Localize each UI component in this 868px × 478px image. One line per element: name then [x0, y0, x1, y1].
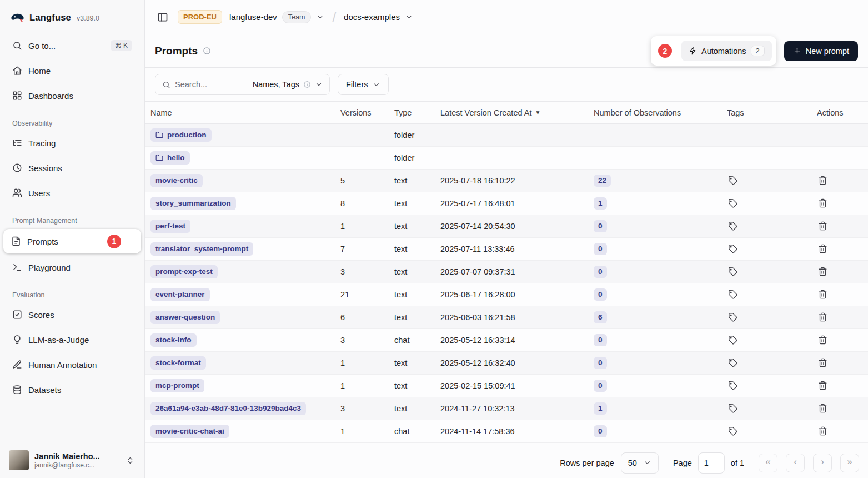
sidebar-item-users[interactable]: Users	[7, 182, 138, 204]
tag-icon[interactable]	[727, 175, 739, 186]
table-row[interactable]: productionfolder	[145, 124, 868, 147]
delete-prompt-button[interactable]	[817, 288, 829, 300]
tag-icon[interactable]	[727, 402, 739, 414]
search-scope-selector[interactable]: Names, Tags	[253, 80, 323, 89]
observations-count-badge: 0	[594, 357, 607, 370]
prompt-name-badge[interactable]: movie-critic	[150, 174, 203, 188]
sidebar-item-datasets[interactable]: Datasets	[7, 379, 138, 401]
prompt-name-badge[interactable]: 26a61a94-e3ab-48d7-81e0-13b929bad4c3	[150, 402, 306, 416]
column-header-type[interactable]: Type	[394, 108, 440, 117]
prompt-name-badge[interactable]: mcp-prompt	[150, 379, 204, 393]
org-selector[interactable]: langfuse-dev Team	[229, 11, 324, 23]
table-row[interactable]: movie-critic5text2025-07-18 16:10:2222	[145, 170, 868, 192]
sidebar-item-sessions[interactable]: Sessions	[7, 157, 138, 179]
tags-cell	[727, 266, 817, 278]
sidebar-item-playground[interactable]: Playground	[7, 256, 138, 278]
table-row[interactable]: hellofolder	[145, 147, 868, 170]
search-input[interactable]	[175, 80, 248, 89]
environment-badge[interactable]: PROD-EU	[178, 10, 222, 24]
prompt-name-badge[interactable]: story_summarization	[150, 197, 236, 211]
table-row[interactable]: event-planner21text2025-06-17 16:28:000	[145, 283, 868, 306]
rows-per-page-select[interactable]: 50	[621, 452, 659, 474]
table-row[interactable]: movie-critic-chat-ai1chat2024-11-14 17:5…	[145, 420, 868, 443]
prompt-name-badge[interactable]: production	[150, 128, 212, 142]
prompt-name-badge[interactable]: translator_system-prompt	[150, 242, 253, 256]
sidebar-item-scores[interactable]: Scores	[7, 303, 138, 326]
sidebar-item-prompts[interactable]: Prompts 1	[3, 229, 141, 253]
chevron-down-icon	[315, 81, 323, 88]
delete-prompt-button[interactable]	[817, 197, 829, 209]
page-title: Prompts	[155, 45, 198, 57]
sidebar-item-dashboards[interactable]: Dashboards	[7, 84, 138, 107]
column-header-versions[interactable]: Versions	[340, 108, 394, 117]
tag-icon[interactable]	[727, 334, 739, 346]
goto-search[interactable]: Go to... ⌘ K	[7, 34, 138, 57]
project-selector[interactable]: docs-examples	[344, 12, 413, 22]
tag-icon[interactable]	[727, 243, 739, 255]
table-row[interactable]: translator_system-prompt7text2025-07-11 …	[145, 238, 868, 261]
delete-prompt-button[interactable]	[817, 380, 829, 391]
created-at-cell: 2025-05-12 16:33:14	[440, 336, 594, 345]
table-row[interactable]: story_summarization8text2025-07-17 16:48…	[145, 192, 868, 215]
page-number-input[interactable]	[698, 452, 725, 474]
column-header-name[interactable]: Name	[150, 108, 340, 117]
prompt-name-badge[interactable]: movie-critic-chat-ai	[150, 425, 229, 439]
sidebar-item-human-annotation[interactable]: Human Annotation	[7, 353, 138, 376]
delete-prompt-button[interactable]	[817, 425, 829, 437]
column-header-number-of-observations[interactable]: Number of Observations	[594, 108, 727, 117]
delete-prompt-button[interactable]	[817, 402, 829, 414]
tag-icon[interactable]	[727, 357, 739, 369]
app-brand[interactable]: Langfuse v3.89.0	[7, 0, 138, 34]
prompt-name-badge[interactable]: event-planner	[150, 288, 210, 302]
delete-prompt-button[interactable]	[817, 357, 829, 369]
actions-cell	[817, 380, 862, 392]
table-row[interactable]: answer-question6text2025-06-03 16:21:586	[145, 306, 868, 329]
user-menu[interactable]: Jannik Maierho... jannik@langfuse.c...	[7, 444, 138, 478]
name-cell: hello	[150, 151, 340, 165]
table-row[interactable]: stock-info3chat2025-05-12 16:33:140	[145, 329, 868, 352]
tag-icon[interactable]	[727, 288, 739, 300]
delete-prompt-button[interactable]	[817, 334, 829, 346]
table-row[interactable]: mcp-prompt1text2025-02-15 15:09:410	[145, 375, 868, 397]
previous-page-button[interactable]: ‹	[786, 454, 805, 472]
search-box[interactable]: Names, Tags	[155, 74, 330, 95]
tag-icon[interactable]	[727, 266, 739, 277]
prompt-name-badge[interactable]: prompt-exp-test	[150, 265, 218, 279]
table-row[interactable]: perf-test1text2025-07-14 20:54:300	[145, 215, 868, 238]
actions-cell	[817, 243, 862, 255]
delete-prompt-button[interactable]	[817, 266, 829, 277]
automations-button[interactable]: Automations 2	[681, 41, 772, 61]
tag-icon[interactable]	[727, 425, 739, 437]
delete-prompt-button[interactable]	[817, 243, 829, 255]
new-prompt-label: New prompt	[806, 47, 849, 56]
tag-icon[interactable]	[727, 220, 739, 232]
prompt-name-badge[interactable]: stock-info	[150, 333, 197, 347]
prompt-name-badge[interactable]: perf-test	[150, 220, 190, 233]
sidebar-item-tracing[interactable]: Tracing	[7, 132, 138, 154]
delete-prompt-button[interactable]	[817, 220, 829, 232]
delete-prompt-button[interactable]	[817, 175, 829, 186]
column-header-latest-version-created-at[interactable]: Latest Version Created At▼	[440, 108, 594, 117]
filters-button[interactable]: Filters	[338, 74, 389, 95]
table-row[interactable]: stock-format1text2025-05-12 16:32:400	[145, 352, 868, 375]
next-page-button[interactable]: ›	[813, 454, 832, 472]
created-at-cell: 2024-11-27 10:32:13	[440, 404, 594, 413]
table-row[interactable]: prompt-exp-test3text2025-07-07 09:37:310	[145, 261, 868, 283]
tag-icon[interactable]	[727, 311, 739, 323]
tag-icon[interactable]	[727, 197, 739, 209]
last-page-button[interactable]: »	[840, 454, 859, 472]
column-header-tags[interactable]: Tags	[727, 108, 817, 117]
prompt-name-badge[interactable]: stock-format	[150, 356, 206, 370]
info-icon[interactable]	[203, 47, 211, 55]
tag-icon[interactable]	[727, 380, 739, 391]
new-prompt-button[interactable]: New prompt	[784, 41, 858, 61]
sidebar-item-llm-as-a-judge[interactable]: LLM-as-a-Judge	[7, 328, 138, 351]
sidebar-toggle-button[interactable]	[155, 9, 170, 25]
prompt-name-badge[interactable]: answer-question	[150, 311, 220, 325]
table-row[interactable]: 26a61a94-e3ab-48d7-81e0-13b929bad4c33tex…	[145, 397, 868, 420]
prompt-name-badge[interactable]: hello	[150, 151, 190, 165]
delete-prompt-button[interactable]	[817, 311, 829, 323]
sidebar-item-home[interactable]: Home	[7, 59, 138, 82]
chevrons-up-down-icon[interactable]	[125, 455, 136, 466]
first-page-button[interactable]: «	[759, 454, 777, 472]
